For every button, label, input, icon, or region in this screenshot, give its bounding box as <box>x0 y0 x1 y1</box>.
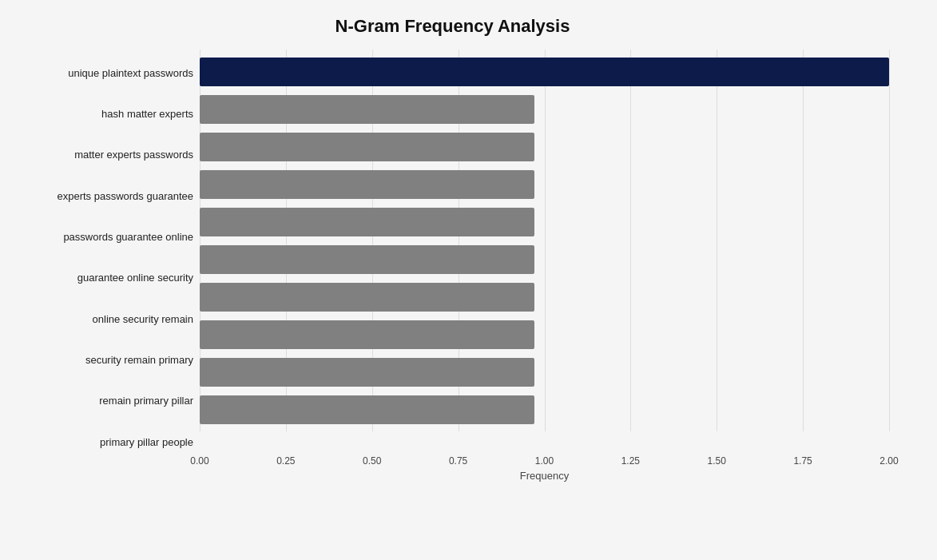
bar-row <box>200 53 889 90</box>
bar-row <box>200 240 889 278</box>
bar <box>200 245 534 274</box>
y-label: hash matter experts <box>16 93 193 134</box>
x-tick: 0.25 <box>273 455 299 467</box>
bar-row <box>200 90 889 128</box>
bars-container <box>200 50 889 431</box>
bar-row <box>200 391 889 428</box>
x-tick: 1.25 <box>617 455 643 467</box>
y-label: unique plaintext passwords <box>16 53 193 93</box>
bars-and-grid: 0.000.250.500.751.001.251.501.752.00 Fre… <box>200 50 889 482</box>
x-tick: 0.75 <box>446 455 471 467</box>
y-labels: unique plaintext passwordshash matter ex… <box>16 50 200 482</box>
bar-row <box>200 353 889 391</box>
y-label: primary pillar people <box>16 422 193 463</box>
chart-container: N-Gram Frequency Analysis unique plainte… <box>0 0 937 560</box>
x-tick: 1.00 <box>532 455 558 467</box>
x-tick: 1.50 <box>704 455 729 467</box>
bar <box>200 95 534 124</box>
chart-title: N-Gram Frequency Analysis <box>16 16 889 37</box>
bar <box>200 208 534 236</box>
bar <box>200 133 534 161</box>
bar <box>200 320 534 349</box>
y-label: experts passwords guarantee <box>16 176 193 216</box>
bar-row <box>200 316 889 353</box>
y-label: remain primary pillar <box>16 380 193 421</box>
bar <box>200 358 534 387</box>
y-label: passwords guarantee online <box>16 216 193 257</box>
x-axis-label: Frequency <box>200 470 889 482</box>
y-label: guarantee online security <box>16 257 193 298</box>
x-axis: 0.000.250.500.751.001.251.501.752.00 <box>200 451 889 467</box>
bar <box>200 170 534 199</box>
bar <box>200 395 534 424</box>
x-tick: 0.50 <box>359 455 385 467</box>
grid-line <box>889 50 890 431</box>
y-label: online security remain <box>16 299 193 340</box>
bar <box>200 283 534 312</box>
y-label: matter experts passwords <box>16 135 193 176</box>
bar-row <box>200 278 889 316</box>
bar-row <box>200 203 889 240</box>
x-tick: 0.00 <box>187 455 212 467</box>
bar-row <box>200 165 889 203</box>
bar-row <box>200 128 889 165</box>
bar <box>200 58 889 86</box>
grid-and-bars <box>200 50 889 451</box>
y-label: security remain primary <box>16 340 193 380</box>
x-tick: 1.75 <box>790 455 816 467</box>
x-tick: 2.00 <box>876 455 902 467</box>
chart-area: unique plaintext passwordshash matter ex… <box>16 50 889 482</box>
